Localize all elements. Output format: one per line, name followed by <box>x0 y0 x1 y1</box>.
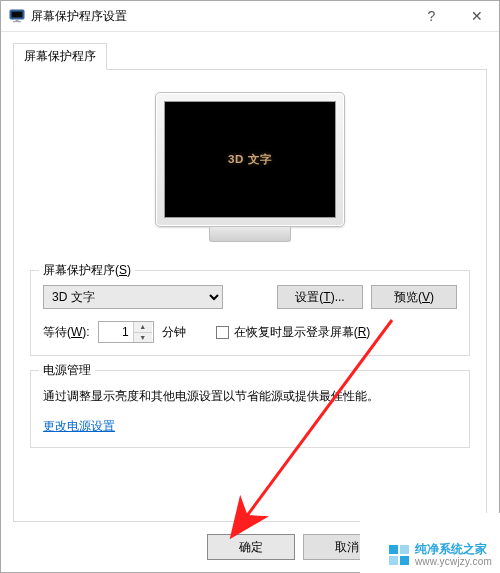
resume-logon-checkbox[interactable]: 在恢复时显示登录屏幕(R) <box>216 324 371 341</box>
preview-area: 3D 文字 <box>30 84 470 264</box>
watermark-line2: www.ycwjzy.com <box>415 556 492 567</box>
tab-label: 屏幕保护程序 <box>24 49 96 63</box>
wait-spin-down[interactable]: ▼ <box>134 333 152 343</box>
preview-monitor: 3D 文字 <box>155 92 345 242</box>
watermark-logo-icon <box>389 545 409 565</box>
close-button[interactable]: ✕ <box>454 1 499 31</box>
svg-rect-1 <box>12 12 23 18</box>
wait-spin-up[interactable]: ▲ <box>134 322 152 333</box>
tab-screensaver[interactable]: 屏幕保护程序 <box>13 43 107 70</box>
watermark-line1: 纯净系统之家 <box>415 543 492 556</box>
monitor-stand <box>209 227 291 242</box>
screensaver-group-label: 屏幕保护程序(S) <box>39 262 135 279</box>
svg-rect-2 <box>16 19 19 21</box>
preview-screen-text: 3D 文字 <box>228 152 272 167</box>
wait-spinner[interactable]: ▲ ▼ <box>98 321 154 343</box>
power-group: 电源管理 通过调整显示亮度和其他电源设置以节省能源或提供最佳性能。 更改电源设置 <box>30 370 470 448</box>
resume-logon-label: 在恢复时显示登录屏幕(R) <box>234 324 371 341</box>
titlebar: 屏幕保护程序设置 ? ✕ <box>1 1 499 32</box>
watermark: 纯净系统之家 www.ycwjzy.com <box>383 537 500 573</box>
settings-button[interactable]: 设置(T)... <box>277 285 363 309</box>
preview-button[interactable]: 预览(V) <box>371 285 457 309</box>
monitor-frame: 3D 文字 <box>155 92 345 227</box>
power-group-label: 电源管理 <box>39 362 95 379</box>
window-title: 屏幕保护程序设置 <box>31 8 409 25</box>
screensaver-settings-window: 屏幕保护程序设置 ? ✕ 屏幕保护程序 3D 文字 屏幕保护程序(S) <box>0 0 500 573</box>
checkbox-box <box>216 326 229 339</box>
monitor-screen: 3D 文字 <box>164 101 336 218</box>
change-power-link[interactable]: 更改电源设置 <box>43 419 115 433</box>
tabstrip: 屏幕保护程序 <box>1 32 499 69</box>
power-desc: 通过调整显示亮度和其他电源设置以节省能源或提供最佳性能。 <box>43 387 457 406</box>
svg-rect-3 <box>13 21 21 22</box>
help-button[interactable]: ? <box>409 1 454 31</box>
screensaver-group: 屏幕保护程序(S) 3D 文字 设置(T)... 预览(V) 等待(W): <box>30 270 470 356</box>
wait-label: 等待(W): <box>43 324 90 341</box>
wait-input[interactable] <box>99 322 133 342</box>
app-icon <box>9 8 25 24</box>
watermark-text: 纯净系统之家 www.ycwjzy.com <box>415 543 492 567</box>
ok-button[interactable]: 确定 <box>207 534 295 560</box>
screensaver-select[interactable]: 3D 文字 <box>43 285 223 309</box>
wait-unit: 分钟 <box>162 324 186 341</box>
tab-panel: 3D 文字 屏幕保护程序(S) 3D 文字 设置(T)... 预览(V) <box>13 69 487 522</box>
